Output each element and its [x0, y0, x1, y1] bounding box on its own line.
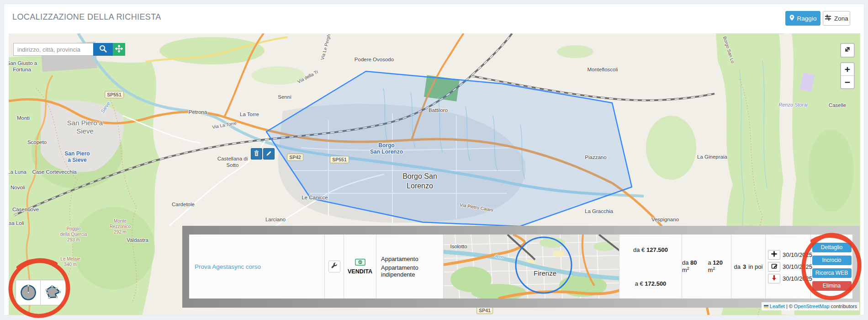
dettaglio-button[interactable]: Dettaglio: [812, 243, 852, 252]
locate-icon: [115, 45, 123, 54]
map-search-control: [13, 43, 125, 56]
request-tools-button[interactable]: [328, 261, 340, 272]
search-icon: [99, 44, 107, 54]
search-button[interactable]: [93, 43, 113, 56]
raggio-label: Raggio: [797, 15, 817, 22]
ricerca-web-button[interactable]: Ricerca WEB: [812, 268, 852, 278]
svg-text:0: 0: [359, 260, 361, 263]
osm-link[interactable]: OpenStreetMap: [794, 304, 830, 309]
contract-cell: 0 VENDITA: [344, 235, 376, 299]
date-value: 30/10/2025: [783, 251, 812, 258]
dates-cell: 30/10/2025 30/10/2025 30/1: [766, 235, 811, 299]
money-icon: 0: [355, 259, 365, 267]
circle-shape-icon: [19, 283, 38, 303]
raggio-button[interactable]: Raggio: [785, 11, 820, 26]
request-name-cell: Prova Agestasync corso: [189, 235, 325, 299]
arrow-down-icon: [771, 275, 777, 283]
download-date-button[interactable]: [768, 274, 780, 283]
search-input[interactable]: [13, 43, 93, 56]
typology-line-1: Appartamento: [381, 256, 418, 262]
edit-date-button[interactable]: [768, 262, 780, 272]
date-value: 30/10/2025: [783, 275, 812, 282]
zoom-out-button[interactable]: −: [841, 76, 854, 88]
trash-icon: [254, 150, 259, 158]
plus-icon: [771, 251, 777, 258]
minimap-tiles: [444, 235, 619, 299]
date-row-created: 30/10/2025: [768, 250, 812, 260]
request-name-link[interactable]: Prova Agestasync corso: [195, 263, 261, 270]
leaflet-link[interactable]: Leaflet: [770, 304, 785, 309]
pencil-icon: [266, 150, 272, 158]
date-row-expiry: 30/10/2025: [768, 274, 812, 283]
elimina-button[interactable]: Elimina: [812, 281, 852, 291]
zone-edit-toolbar: [251, 148, 275, 160]
fullscreen-button[interactable]: [840, 43, 855, 58]
price-range-cell: da € 127.500 a € 172.500: [619, 235, 682, 299]
incrocio-button[interactable]: Incrocio: [812, 256, 852, 265]
edit-zone-button[interactable]: [263, 148, 275, 160]
page-title: LOCALIZZAZIONE DELLA RICHIESTA: [12, 12, 161, 22]
locate-button[interactable]: [113, 43, 125, 56]
wrench-icon: [331, 262, 338, 271]
fullscreen-icon: [843, 45, 852, 55]
date-value: 30/10/2025: [783, 263, 812, 270]
actions-cell: Dettaglio Incrocio Ricerca WEB Elimina: [811, 235, 852, 299]
date-row-updated: 30/10/2025: [768, 262, 812, 272]
typology-cell: Appartamento Appartamento indipendente: [376, 235, 444, 299]
minimap-cell[interactable]: Isolotto Arno Firenze: [444, 235, 619, 299]
shape-toolbar: [16, 280, 66, 305]
page: LOCALIZZAZIONE DELLA RICHIESTA Raggio Zo…: [0, 0, 868, 320]
zoom-in-button[interactable]: +: [841, 63, 854, 76]
delete-zone-button[interactable]: [251, 148, 262, 160]
mode-buttons: Raggio Zona: [785, 11, 850, 26]
contract-type: VENDITA: [348, 268, 372, 275]
draw-circle-button[interactable]: [16, 280, 41, 305]
map-attribution: Leaflet | © OpenStreetMap contributors: [762, 302, 859, 310]
request-row-panel: Prova Agestasync corso 0 VENDIT: [182, 226, 860, 308]
map-pin-icon: [789, 15, 794, 22]
ukraine-flag-icon: [764, 304, 768, 309]
draw-polygon-button[interactable]: [41, 280, 65, 305]
edit-icon: [771, 263, 778, 271]
zona-label: Zona: [834, 15, 848, 22]
localization-card: LOCALIZZAZIONE DELLA RICHIESTA Raggio Zo…: [4, 4, 864, 315]
add-date-button[interactable]: [768, 250, 780, 260]
map-canvas[interactable]: San Giusto a FortunaMontiScopetoLa LunaC…: [9, 33, 860, 315]
surface-range-cell: da 80 m2 a 120 m2: [682, 235, 731, 299]
zona-icon: [825, 14, 831, 22]
card-header: LOCALIZZAZIONE DELLA RICHIESTA Raggio Zo…: [4, 4, 864, 33]
rooms-cell: da 3 in poi: [731, 235, 766, 299]
tools-cell: [325, 235, 344, 299]
zona-button[interactable]: Zona: [823, 11, 850, 26]
zoom-control: + −: [840, 62, 855, 89]
polygon-shape-icon: [43, 283, 63, 303]
request-row: Prova Agestasync corso 0 VENDIT: [189, 235, 852, 299]
typology-line-2: Appartamento indipendente: [381, 264, 443, 278]
